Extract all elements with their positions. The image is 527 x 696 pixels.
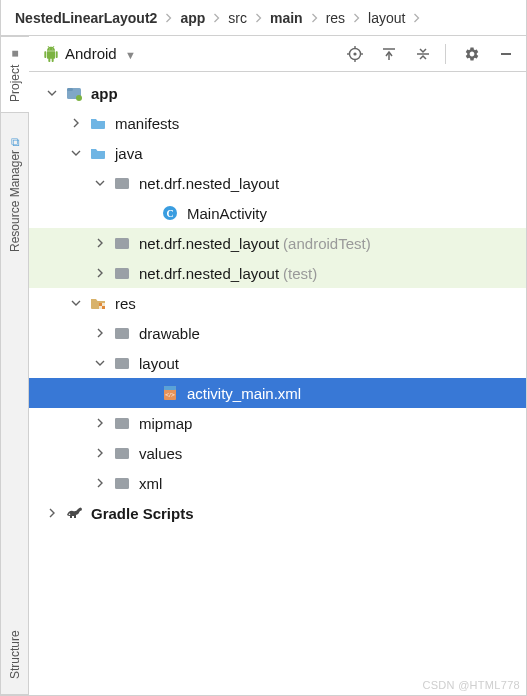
folder-blue-icon xyxy=(89,144,107,162)
tree-row[interactable]: res xyxy=(29,288,526,318)
arrow-right-icon[interactable] xyxy=(93,268,107,278)
package-icon xyxy=(113,414,131,432)
package-icon xyxy=(113,324,131,342)
tree-row[interactable]: net.drf.nested_layout xyxy=(29,168,526,198)
tree-row[interactable]: net.drf.nested_layout(androidTest) xyxy=(29,228,526,258)
folder-res-icon xyxy=(89,294,107,312)
view-dropdown[interactable]: Android ▼ xyxy=(65,45,136,62)
folder-blue-icon xyxy=(89,114,107,132)
arrow-down-icon[interactable] xyxy=(93,358,107,368)
svg-rect-27 xyxy=(115,358,121,361)
tree-row-label: MainActivity xyxy=(187,205,267,222)
arrow-down-icon[interactable] xyxy=(69,298,83,308)
tree-row[interactable]: drawable xyxy=(29,318,526,348)
svg-rect-20 xyxy=(115,268,121,271)
arrow-right-icon[interactable] xyxy=(93,478,107,488)
rail-tab-label: Structure xyxy=(8,630,22,679)
arrow-right-icon[interactable] xyxy=(93,328,107,338)
svg-rect-32 xyxy=(115,418,121,421)
tree-row-label: values xyxy=(139,445,182,462)
project-panel: Android ▼ appmanifestsjavanet.drf.nested… xyxy=(29,36,526,695)
package-icon xyxy=(113,174,131,192)
svg-point-1 xyxy=(353,52,356,55)
package-icon xyxy=(113,264,131,282)
panel-header: Android ▼ xyxy=(29,36,526,72)
tree-row-label: app xyxy=(91,85,118,102)
left-rail: Project ■ Resource Manager ⧉ Structure xyxy=(1,36,29,695)
module-icon xyxy=(65,84,83,102)
arrow-down-icon[interactable] xyxy=(69,148,83,158)
collapse-all-button[interactable] xyxy=(411,42,435,66)
svg-rect-23 xyxy=(102,306,105,309)
svg-point-37 xyxy=(69,513,71,515)
svg-rect-25 xyxy=(115,328,121,331)
tree-row[interactable]: manifests xyxy=(29,108,526,138)
tree-row[interactable]: </>activity_main.xml xyxy=(29,378,526,408)
tree-row[interactable]: Gradle Scripts xyxy=(29,498,526,528)
arrow-right-icon[interactable] xyxy=(93,238,107,248)
xml-icon: </> xyxy=(161,384,179,402)
tree-row[interactable]: values xyxy=(29,438,526,468)
tree-row-label: drawable xyxy=(139,325,200,342)
breadcrumb-item[interactable]: main xyxy=(270,10,303,26)
tree-row-label: java xyxy=(115,145,143,162)
expand-all-button[interactable] xyxy=(377,42,401,66)
breadcrumb-item[interactable]: NestedLinearLayout2 xyxy=(15,10,157,26)
package-icon xyxy=(113,444,131,462)
resource-manager-icon: ⧉ xyxy=(11,134,20,148)
svg-rect-34 xyxy=(115,448,121,451)
svg-rect-18 xyxy=(115,238,121,241)
breadcrumb-item[interactable]: app xyxy=(180,10,205,26)
breadcrumb-item[interactable]: src xyxy=(228,10,247,26)
svg-rect-22 xyxy=(99,303,102,306)
rail-tab-project[interactable]: Project ■ xyxy=(1,36,29,112)
chevron-right-icon xyxy=(413,13,420,23)
tree-row-label: net.drf.nested_layout xyxy=(139,265,279,282)
tree-row[interactable]: net.drf.nested_layout(test) xyxy=(29,258,526,288)
minimize-button[interactable] xyxy=(494,42,518,66)
gradle-icon xyxy=(65,504,83,522)
chevron-right-icon xyxy=(353,13,360,23)
package-icon xyxy=(113,474,131,492)
rail-tab-resource-manager[interactable]: Resource Manager ⧉ xyxy=(1,112,29,276)
chevron-right-icon xyxy=(311,13,318,23)
tree-row-label: net.drf.nested_layout xyxy=(139,235,279,252)
tree-row[interactable]: xml xyxy=(29,468,526,498)
tree-row-label: Gradle Scripts xyxy=(91,505,194,522)
tree-row-suffix: (androidTest) xyxy=(283,235,371,252)
header-divider xyxy=(445,44,446,64)
arrow-right-icon[interactable] xyxy=(69,118,83,128)
rail-tab-label: Project xyxy=(8,65,22,102)
chevron-right-icon xyxy=(255,13,262,23)
svg-rect-36 xyxy=(115,478,121,481)
tree-row[interactable]: app xyxy=(29,78,526,108)
rail-tab-label: Resource Manager xyxy=(8,150,22,252)
svg-text:</>: </> xyxy=(165,391,175,399)
settings-button[interactable] xyxy=(460,42,484,66)
breadcrumb-item[interactable]: res xyxy=(326,10,345,26)
package-icon xyxy=(113,354,131,372)
watermark: CSDN @HTML778 xyxy=(422,679,520,691)
tree-row-label: res xyxy=(115,295,136,312)
breadcrumb-item[interactable]: layout xyxy=(368,10,405,26)
svg-point-12 xyxy=(76,95,82,101)
arrow-down-icon[interactable] xyxy=(93,178,107,188)
arrow-right-icon[interactable] xyxy=(93,418,107,428)
target-button[interactable] xyxy=(343,42,367,66)
tree-row[interactable]: layout xyxy=(29,348,526,378)
tree-row-suffix: (test) xyxy=(283,265,317,282)
arrow-right-icon[interactable] xyxy=(93,448,107,458)
svg-rect-29 xyxy=(164,386,176,390)
tree-row[interactable]: java xyxy=(29,138,526,168)
rail-tab-structure[interactable]: Structure xyxy=(1,615,29,695)
project-tree[interactable]: appmanifestsjavanet.drf.nested_layoutCMa… xyxy=(29,72,526,695)
arrow-right-icon[interactable] xyxy=(45,508,59,518)
tree-row[interactable]: mipmap xyxy=(29,408,526,438)
svg-text:C: C xyxy=(166,208,173,219)
tree-row-label: layout xyxy=(139,355,179,372)
tree-row[interactable]: CMainActivity xyxy=(29,198,526,228)
tree-row-label: mipmap xyxy=(139,415,192,432)
arrow-down-icon[interactable] xyxy=(45,88,59,98)
svg-rect-14 xyxy=(115,178,121,181)
tree-row-label: activity_main.xml xyxy=(187,385,301,402)
